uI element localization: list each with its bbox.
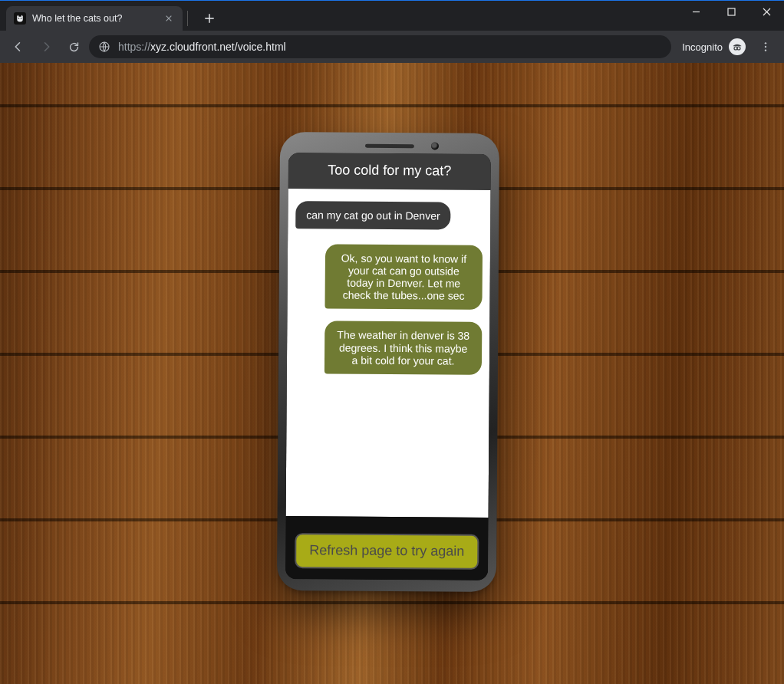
url-host-path: xyz.cloudfront.net/voice.html bbox=[150, 41, 286, 53]
svg-point-7 bbox=[765, 46, 766, 48]
chat-transcript: can my cat go out in Denver Ok, so you w… bbox=[286, 189, 491, 518]
tab-separator bbox=[187, 11, 188, 26]
browser-tab[interactable]: Who let the cats out? bbox=[6, 6, 183, 31]
svg-point-6 bbox=[765, 42, 766, 44]
incognito-label: Incognito bbox=[682, 41, 723, 53]
chat-message-bot: The weather in denver is 38 degrees. I t… bbox=[324, 321, 482, 375]
browser-menu-button[interactable] bbox=[753, 35, 778, 59]
tab-close-button[interactable] bbox=[163, 12, 175, 25]
app-header-title: Too cold for my cat? bbox=[288, 153, 491, 190]
phone-mockup: Too cold for my cat? can my cat go out i… bbox=[279, 134, 497, 590]
window-controls bbox=[678, 0, 784, 23]
page-viewport: Too cold for my cat? can my cat go out i… bbox=[0, 63, 784, 684]
new-tab-button[interactable] bbox=[199, 8, 220, 29]
tab-strip: Who let the cats out? bbox=[0, 0, 784, 31]
svg-rect-0 bbox=[728, 8, 735, 15]
incognito-icon bbox=[729, 38, 746, 55]
svg-point-1 bbox=[18, 18, 20, 19]
nav-forward-button[interactable] bbox=[34, 35, 58, 59]
window-maximize-button[interactable] bbox=[713, 0, 749, 23]
site-info-globe-icon[interactable] bbox=[98, 41, 110, 53]
browser-toolbar: https://xyz.cloudfront.net/voice.html In… bbox=[0, 31, 784, 63]
window-close-button[interactable] bbox=[749, 0, 784, 23]
chat-message-bot: Ok, so you want to know if your cat can … bbox=[325, 245, 483, 311]
incognito-badge[interactable]: Incognito bbox=[674, 38, 750, 55]
url-scheme: https:// bbox=[118, 41, 150, 53]
svg-point-8 bbox=[765, 49, 766, 51]
cat-weather-app: Too cold for my cat? can my cat go out i… bbox=[285, 153, 491, 580]
address-bar[interactable]: https://xyz.cloudfront.net/voice.html bbox=[89, 35, 671, 58]
phone-speaker bbox=[365, 144, 414, 148]
chat-message-user: can my cat go out in Denver bbox=[295, 201, 451, 230]
nav-back-button[interactable] bbox=[6, 35, 31, 59]
tab-title: Who let the cats out? bbox=[32, 13, 122, 24]
refresh-button[interactable]: Refresh page to try again bbox=[295, 534, 479, 570]
tab-favicon-cat-icon bbox=[14, 12, 26, 25]
phone-screen: Too cold for my cat? can my cat go out i… bbox=[285, 153, 491, 580]
window-minimize-button[interactable] bbox=[678, 0, 713, 23]
svg-point-5 bbox=[737, 47, 740, 50]
url-text: https://xyz.cloudfront.net/voice.html bbox=[118, 41, 286, 53]
window-active-border bbox=[0, 0, 784, 1]
phone-front-camera bbox=[431, 142, 439, 150]
svg-point-2 bbox=[21, 18, 22, 19]
nav-reload-button[interactable] bbox=[61, 35, 86, 59]
app-footer: Refresh page to try again bbox=[285, 516, 489, 580]
